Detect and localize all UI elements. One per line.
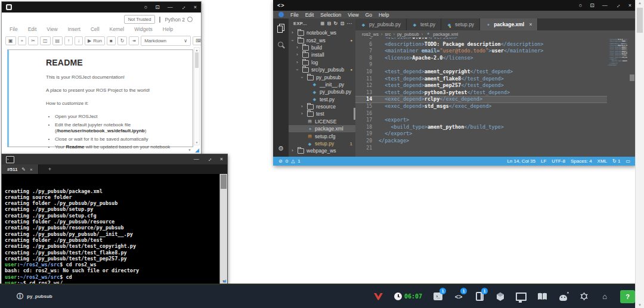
rename-tab-icon[interactable]: ✎ (21, 167, 26, 172)
paste-cell-button[interactable]: ▤ (52, 36, 63, 45)
scroll-up-icon[interactable]: ▲ (636, 1, 644, 5)
code-editor-tool-icon[interactable]: <> 1 (453, 290, 464, 304)
resize-icon[interactable]: ↔ (206, 155, 213, 163)
notebook-tool-icon[interactable]: 1 (474, 290, 485, 304)
warnings-count[interactable]: 1 (298, 158, 300, 164)
eol-indicator[interactable]: LF (541, 158, 546, 164)
breadcrumb-item[interactable]: src (385, 32, 391, 37)
close-icon[interactable]: × (628, 3, 631, 8)
breadcrumb-item[interactable]: ros2_ws (362, 32, 379, 37)
simulation-cube-icon[interactable] (495, 290, 506, 304)
restore-icon[interactable]: ○ (144, 5, 147, 10)
more-actions-icon[interactable]: ··· (347, 21, 352, 26)
menu-view[interactable]: View (348, 12, 358, 18)
errors-count[interactable]: 0 (286, 158, 288, 164)
tree-file-py-pubsub-py[interactable]: ◆py_pubsub.py (289, 88, 355, 95)
errors-icon[interactable]: ⊘ (278, 158, 283, 164)
popout-icon[interactable]: ⊡ (590, 3, 595, 8)
warnings-icon[interactable]: △ (291, 158, 295, 164)
close-icon[interactable]: × (194, 5, 197, 10)
cell-type-select[interactable]: Markdown∨ (141, 36, 191, 46)
close-tab-icon[interactable]: × (30, 167, 33, 172)
scroll-down-icon[interactable]: ▼ (194, 141, 199, 144)
scrollbar-thumb[interactable] (221, 175, 227, 189)
minimize-icon[interactable]: — (168, 5, 173, 10)
markdown-cell[interactable]: README This is your ROSJect documentatio… (7, 49, 193, 147)
code-editor[interactable]: 5 <version>0.0.0</version>6 <description… (355, 38, 636, 157)
vscode-titlebar[interactable]: <> ○ ⊡ — ↔ × (273, 0, 636, 11)
shell-tool-icon[interactable]: ›_ 1 (432, 290, 443, 304)
docs-book-icon[interactable] (537, 290, 547, 304)
search-icon[interactable] (277, 41, 285, 49)
menu-go[interactable]: Go (366, 12, 372, 18)
tree-folder-build[interactable]: ›build (289, 44, 355, 51)
session-timer[interactable]: 06:07 (394, 293, 422, 300)
tab-package-xml[interactable]: ‹›package.xml× (480, 18, 538, 30)
terminal-output[interactable]: creating ./py_pubsub/package.xmlcreating… (2, 174, 227, 285)
minimize-icon[interactable]: — (602, 3, 608, 8)
scroll-down-icon[interactable]: ▼ (636, 303, 644, 307)
jupyter-menu-kernel[interactable]: Kernel (110, 26, 125, 32)
breadcrumb-item[interactable]: py_pubsub (397, 32, 419, 37)
jupyter-menu-file[interactable]: File (10, 26, 18, 32)
tree-folder-notebook-ws[interactable]: ›notebook_ws (289, 29, 355, 36)
tree-file--init-py[interactable]: ◆__init__.py (289, 81, 355, 88)
scrollbar-thumb[interactable] (195, 52, 199, 68)
resize-grip-icon[interactable]: ◢ (223, 278, 226, 284)
copy-cell-button[interactable]: ◫ (40, 36, 51, 45)
terminal-scrollbar[interactable]: ▼ (219, 174, 227, 285)
construct-logo-icon[interactable] (372, 290, 384, 304)
openai-icon[interactable] (578, 290, 589, 304)
command-palette-button[interactable]: ⌨ (193, 36, 201, 45)
run-button[interactable]: ▶Run (85, 36, 105, 45)
jupyter-menu-view[interactable]: View (47, 26, 57, 32)
tree-folder-test[interactable]: ›test (289, 110, 355, 117)
menu-file[interactable]: File (290, 12, 299, 18)
home-icon[interactable]: ⌂ (599, 290, 610, 304)
page-scrollbar[interactable]: ▲ ▼ (635, 0, 644, 308)
scrollbar-thumb[interactable] (637, 8, 643, 33)
tab-setup-py[interactable]: ◆●setup.py (441, 18, 480, 30)
encoding-indicator[interactable]: UTF-8 (552, 158, 565, 164)
help-button[interactable]: ? (620, 290, 635, 303)
indent-indicator[interactable]: Spaces: 4 (571, 158, 592, 164)
jupyter-menu-help[interactable]: Help (163, 26, 173, 32)
minimize-icon[interactable]: — (194, 157, 199, 162)
tree-folder-py-pubsub[interactable]: ›py_pubsub (289, 73, 355, 80)
restart-kernel-button[interactable]: ↻ (117, 36, 128, 45)
scrollbar-thumb[interactable] (630, 74, 634, 81)
move-up-button[interactable]: ↑ (64, 36, 73, 45)
resize-icon[interactable]: ↔ (614, 2, 622, 10)
menu-help[interactable]: Help (379, 12, 389, 18)
jupyter-menu-edit[interactable]: Edit (28, 26, 37, 32)
not-trusted-button[interactable]: Not Trusted (124, 15, 156, 24)
explorer-icon[interactable] (277, 24, 284, 32)
tree-file-setup-py[interactable]: ◆setup.py1 (289, 140, 355, 147)
scroll-up-icon[interactable]: ▲ (194, 48, 199, 52)
tab-test-py[interactable]: ◆test.py (407, 18, 441, 30)
resize-grip-icon[interactable]: ◢ (195, 148, 199, 153)
sync-icon[interactable]: ↻ 1 (612, 158, 620, 164)
popout-icon[interactable]: ⊡ (155, 5, 160, 10)
new-file-icon[interactable]: ⊞ (320, 21, 324, 26)
tree-folder-webpage-ws[interactable]: ›webpage_ws (289, 147, 355, 154)
new-tab-button[interactable]: + (39, 164, 61, 174)
tab-py-pubsub-py[interactable]: ◆py_pubsub.py (355, 18, 407, 30)
tree-folder-resource[interactable]: ›resource (289, 103, 355, 110)
feedback-icon[interactable]: ▭ (626, 158, 630, 164)
tree-file-setup-cfg[interactable]: ▤setup.cfg (289, 132, 355, 139)
close-icon[interactable]: × (220, 157, 223, 162)
tree-folder-install[interactable]: ›install (289, 51, 355, 58)
cursor-position[interactable]: Ln 14, Col 35 (507, 158, 535, 164)
tree-folder-log[interactable]: ›log (289, 59, 355, 66)
tree-folder-src-py-pubsub[interactable]: ›src/py_pubsub● (289, 66, 355, 73)
move-down-button[interactable]: ↓ (75, 36, 83, 45)
collapse-folders-icon[interactable]: ⊡ (340, 21, 345, 26)
restore-icon[interactable]: ○ (579, 3, 582, 8)
language-indicator[interactable]: XML (597, 158, 607, 164)
active-app-chip[interactable]: ⓘ py_pubsub (17, 293, 52, 300)
tree-folder-ros2-ws[interactable]: ›ros2_ws● (289, 36, 355, 43)
gear-icon[interactable]: ⚙ (278, 145, 284, 153)
refresh-icon[interactable]: ↻ (334, 21, 338, 26)
terminal-tab[interactable]: #511 ✎ × (2, 164, 39, 174)
